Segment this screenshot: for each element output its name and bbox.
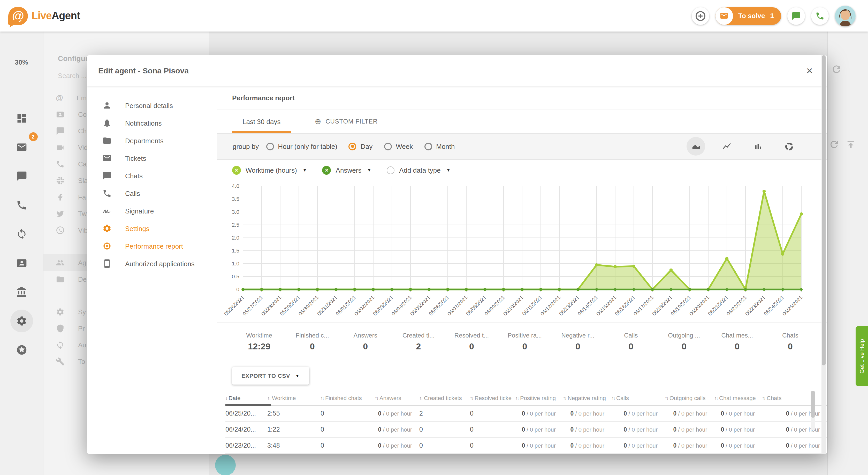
application-root: @ LiveAgent To solve 1 (0, 0, 868, 475)
table-cell: 06/25/20... (225, 410, 267, 417)
table-row[interactable]: 06/23/20...3:4800 / 0 per hour000 / 0 pe… (225, 438, 827, 454)
calls-header-button[interactable] (811, 7, 829, 25)
table-scrollbar[interactable] (811, 391, 815, 430)
chart-type-switcher (686, 137, 812, 156)
scrollbar-thumb[interactable] (811, 391, 815, 418)
tab-custom-filter[interactable]: ⊕CUSTOM FILTER (304, 110, 388, 133)
table-cell: 0 / 0 per hour (762, 442, 827, 449)
radio-icon[interactable] (424, 142, 432, 150)
item-label: Ch (78, 127, 87, 135)
agent-menu-tickets[interactable]: Tickets (87, 149, 217, 167)
add-series-radio-icon[interactable] (387, 166, 395, 174)
item-label: Sla (78, 177, 88, 184)
sidebar-calls-button[interactable] (10, 194, 33, 217)
menu-item-label: Notifications (125, 119, 162, 127)
refresh-icon[interactable] (831, 64, 842, 75)
refresh-icon[interactable] (829, 139, 840, 150)
export-row: EXPORT TO CSV ▼ (217, 361, 827, 391)
group-by-option-month[interactable]: Month (424, 142, 455, 150)
stat-value: 0 (363, 341, 368, 352)
series-chip-answers[interactable]: ×Answers▼ (322, 166, 371, 175)
chevron-down-icon[interactable]: ▼ (367, 168, 371, 172)
column-header-positive-rating[interactable]: ↑↓Positive rating (516, 395, 563, 401)
liveagent-logo[interactable]: @ LiveAgent (8, 6, 80, 25)
remove-series-icon[interactable]: × (232, 166, 241, 175)
sidebar-customers-button[interactable] (10, 252, 33, 275)
agent-menu-authorized-applications[interactable]: Authorized applications (87, 255, 217, 273)
sidebar-chats-button[interactable] (10, 165, 33, 188)
agent-menu-chats[interactable]: Chats (87, 167, 217, 185)
signature-icon (102, 206, 112, 216)
column-label: Answers (379, 395, 401, 401)
table-cell: 0 / 0 per hour (563, 426, 612, 433)
agent-menu-departments[interactable]: Departments (87, 132, 217, 149)
radio-selected-icon[interactable] (349, 142, 356, 150)
modal-scrollbar[interactable] (822, 55, 826, 454)
sidebar-automation-button[interactable] (10, 223, 33, 246)
column-header-finished-chats[interactable]: ↑↓Finished chats (320, 395, 375, 401)
stat-label: Calls (624, 331, 638, 339)
column-header-worktime[interactable]: ↑↓Worktime (267, 395, 320, 401)
series-chip-add-data-type[interactable]: Add data type▼ (387, 166, 450, 174)
radio-icon[interactable] (384, 142, 392, 150)
sidebar-academy-button[interactable] (10, 281, 33, 304)
column-header-chat-message[interactable]: ↑↓Chat message (714, 395, 762, 401)
chart-type-area-chart-button[interactable] (686, 137, 705, 156)
svg-text:1.0: 1.0 (232, 260, 239, 266)
group-by-option-hour[interactable]: Hour (only for table) (266, 142, 337, 150)
performance-table: ↓Date↑↓Worktime↑↓Finished chats↑↓Answers… (225, 391, 827, 454)
svg-text:05/30/2021: 05/30/2021 (297, 294, 319, 317)
sidebar-dashboard-button[interactable] (10, 107, 33, 130)
agent-menu-personal-details[interactable]: Personal details (87, 97, 217, 114)
get-live-help-ribbon[interactable]: Get Live Help (856, 326, 868, 386)
close-icon[interactable]: × (803, 63, 816, 78)
logo-agent: Agent (52, 10, 80, 21)
agent-menu-performance-report[interactable]: Performance report (87, 237, 217, 255)
table-cell: 0 / 0 per hour (762, 426, 827, 433)
table-cell: 0 / 0 per hour (665, 410, 714, 417)
scrollbar-thumb[interactable] (822, 55, 826, 366)
group-by-option-week[interactable]: Week (384, 142, 413, 150)
table-cell: 1:22 (267, 426, 320, 433)
add-button[interactable] (692, 7, 709, 25)
sidebar-settings-button[interactable] (10, 310, 33, 332)
column-header-resolved-ticke[interactable]: ↑↓Resolved ticke (470, 395, 516, 401)
chart-type-line-chart-button[interactable] (718, 137, 736, 156)
smartphone-icon (102, 259, 112, 268)
sidebar-starred-button[interactable] (10, 339, 33, 361)
column-header-answers[interactable]: ↑↓Answers (375, 395, 419, 401)
modal-header: Edit agent - Sona Pisova × (87, 55, 827, 86)
chevron-down-icon[interactable]: ▼ (303, 168, 307, 172)
column-header-created-tickets[interactable]: ↑↓Created tickets (419, 395, 470, 401)
chevron-down-icon[interactable]: ▼ (446, 168, 451, 172)
series-chip-worktime-hours-[interactable]: ×Worktime (hours)▼ (232, 166, 307, 175)
column-header-date[interactable]: ↓Date (225, 395, 267, 401)
to-solve-button[interactable]: To solve 1 (715, 7, 781, 25)
chart-type-bar-chart-button[interactable] (749, 137, 767, 156)
agent-menu-notifications[interactable]: Notifications (87, 114, 217, 132)
table-row[interactable]: 06/24/20...1:2200 / 0 per hour000 / 0 pe… (225, 422, 827, 438)
agent-menu-calls[interactable]: Calls (87, 185, 217, 202)
stat-chats: Chats0 (764, 323, 817, 360)
table-cell: 0 / 0 per hour (714, 442, 762, 449)
tab-last-30-days[interactable]: Last 30 days (232, 110, 291, 133)
upload-icon[interactable] (845, 139, 856, 150)
column-header-chats[interactable]: ↑↓Chats (762, 395, 827, 401)
sidebar-tickets-button[interactable]: 2 (10, 136, 33, 159)
chats-header-button[interactable] (787, 7, 805, 25)
radio-icon[interactable] (266, 142, 274, 150)
column-header-calls[interactable]: ↑↓Calls (612, 395, 665, 401)
phone-icon (815, 11, 825, 21)
remove-series-icon[interactable]: × (322, 166, 331, 175)
table-row[interactable]: 06/25/20...2:5500 / 0 per hour200 / 0 pe… (225, 406, 827, 422)
viber-icon (56, 226, 65, 234)
agent-menu-settings[interactable]: Settings (87, 220, 217, 237)
user-avatar[interactable] (835, 5, 856, 26)
agent-menu-signature[interactable]: Signature (87, 202, 217, 220)
column-header-outgoing-calls[interactable]: ↑↓Outgoing calls (665, 395, 714, 401)
people-icon (56, 258, 65, 267)
column-header-negative-rating[interactable]: ↑↓Negative rating (563, 395, 612, 401)
group-by-option-day[interactable]: Day (349, 142, 372, 150)
export-to-csv-button[interactable]: EXPORT TO CSV ▼ (232, 367, 309, 385)
chart-type-donut-chart-button[interactable] (780, 137, 798, 156)
